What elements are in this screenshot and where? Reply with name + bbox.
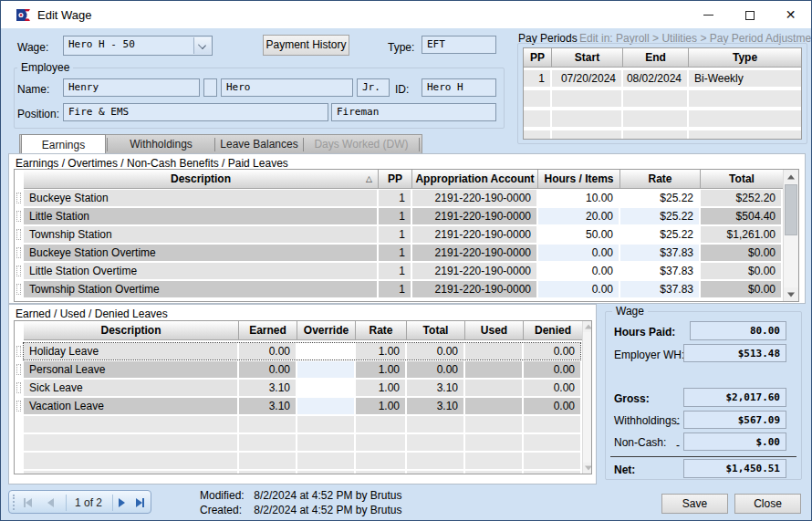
hours-paid-label: Hours Paid: [614, 326, 675, 339]
leaves-empty-row [15, 416, 591, 432]
close-button[interactable]: Close [734, 494, 801, 514]
leave-override-cell[interactable] [297, 398, 354, 414]
earnings-rate-cell[interactable]: $25.22 [620, 190, 699, 206]
type-label: Type: [388, 41, 414, 54]
edit-wage-window: Edit Wage ✕ Wage: Hero H - 50 Payment Hi… [0, 0, 812, 521]
leave-override-cell[interactable] [297, 380, 354, 396]
leave-override-cell[interactable] [297, 361, 354, 378]
leaves-scrollbar[interactable] [582, 321, 592, 474]
job-title-field[interactable]: Fireman [331, 103, 496, 121]
scroll-up-icon[interactable] [784, 170, 798, 183]
sort-ascending-icon[interactable]: △ [366, 170, 372, 189]
row-marker-icon [16, 211, 21, 222]
leaves-empty-row [15, 434, 591, 451]
earnings-hours-cell[interactable]: 0.00 [538, 281, 619, 297]
position-label: Position: [17, 108, 59, 120]
earnings-hours-cell[interactable]: 0.00 [538, 263, 619, 279]
next-record-button[interactable] [119, 495, 125, 510]
wage-select-value: Hero H - 50 [68, 38, 135, 50]
last-record-button[interactable] [136, 495, 144, 510]
row-marker-icon [16, 364, 21, 375]
leaves-row: Personal Leave 0.00 1.00 0.00 0.00 [15, 361, 591, 378]
scroll-down-icon[interactable] [784, 287, 798, 301]
earnings-rate-cell[interactable]: $25.22 [620, 226, 699, 243]
row-marker-icon [16, 266, 21, 276]
leaves-header-rate: Rate [356, 321, 407, 340]
record-position: 1 of 2 [75, 496, 102, 509]
earnings-rate-cell[interactable]: $37.83 [620, 245, 699, 261]
position-field[interactable]: Fire & EMS [63, 103, 328, 121]
maximize-icon [745, 11, 755, 20]
row-marker-icon [16, 193, 21, 203]
first-record-button [24, 495, 32, 510]
earnings-hours-cell[interactable]: 20.00 [538, 208, 619, 224]
leaves-row: Vacation Leave 3.10 1.00 3.10 0.00 [15, 398, 591, 414]
pp-empty-cell [689, 110, 801, 127]
earnings-header-description: Description △ [24, 170, 379, 189]
modified-line: Modified: 8/2/2024 at 4:52 PM by Brutus [200, 489, 401, 502]
wage-select[interactable]: Hero H - 50 [63, 36, 213, 56]
tab-withholdings[interactable]: Withholdings [108, 135, 214, 154]
leave-earned-cell: 0.00 [239, 361, 296, 378]
earnings-hours-cell[interactable]: 10.00 [538, 190, 619, 206]
earnings-table: Description △ PP Appropriation Account H… [14, 169, 799, 302]
leaves-header-total: Total [407, 321, 465, 340]
middle-initial-field[interactable] [203, 78, 217, 97]
last-name-field[interactable]: Hero [221, 78, 353, 97]
earnings-account-cell: 2191-220-190-0000 [412, 263, 536, 279]
leave-description-cell: Personal Leave [24, 361, 237, 378]
earnings-row: Township Station 1 2191-220-190-0000 50.… [15, 226, 798, 243]
pp-empty-cell [552, 110, 621, 127]
scroll-up-icon[interactable] [583, 321, 592, 332]
earnings-header-total: Total [701, 170, 783, 189]
tab-leave-balances[interactable]: Leave Balances [215, 135, 303, 154]
suffix-field[interactable]: Jr. [357, 78, 390, 97]
leaves-header-earned: Earned [239, 321, 297, 340]
withholdings-label: Withholdings: [614, 414, 680, 427]
drag-grip-icon[interactable] [13, 495, 16, 510]
earnings-account-cell: 2191-220-190-0000 [412, 245, 536, 261]
leave-override-cell[interactable] [297, 343, 354, 359]
close-window-button[interactable]: ✕ [770, 1, 811, 28]
pp-header-end: End [623, 48, 689, 68]
net-divider [610, 456, 796, 457]
earnings-total-cell: $0.00 [701, 263, 781, 279]
earnings-description-cell: Buckeye Station Overtime [24, 245, 377, 261]
window-title: Edit Wage [37, 8, 92, 22]
earnings-pp-cell: 1 [379, 281, 411, 297]
pay-periods-table: PP Start End Type 1 07/20/2024 08/02/202… [523, 47, 802, 140]
earnings-hours-cell[interactable]: 50.00 [538, 226, 619, 243]
earnings-rate-cell[interactable]: $37.83 [620, 281, 699, 297]
employee-id-field[interactable]: Hero H [422, 78, 496, 97]
titlebar: Edit Wage ✕ [1, 1, 811, 28]
earnings-pp-cell: 1 [379, 208, 411, 224]
earnings-hours-cell[interactable]: 0.00 [538, 245, 619, 261]
save-button[interactable]: Save [661, 494, 728, 514]
earnings-rate-cell[interactable]: $25.22 [620, 208, 699, 224]
earnings-total-cell: $0.00 [701, 281, 781, 297]
earnings-account-cell: 2191-220-190-0000 [412, 281, 536, 297]
chevron-down-icon[interactable] [193, 37, 211, 54]
employer-wh-label: Employer WH: [614, 349, 684, 361]
tab-earnings[interactable]: Earnings [21, 134, 106, 155]
employer-wh-field: $513.48 [683, 344, 786, 362]
earnings-scrollbar[interactable] [783, 170, 798, 301]
earnings-rate-cell[interactable]: $37.83 [620, 263, 699, 279]
type-field[interactable]: EFT [422, 36, 496, 54]
earnings-total-cell: $1,261.00 [701, 226, 781, 243]
wage-summary-label: Wage [612, 305, 648, 318]
first-name-field[interactable]: Henry [63, 78, 200, 97]
leave-total-cell: 3.10 [407, 380, 463, 396]
earnings-row: Buckeye Station Overtime 1 2191-220-190-… [15, 245, 798, 261]
leave-denied-cell: 0.00 [524, 380, 580, 396]
leaves-header-denied: Denied [524, 321, 582, 340]
earnings-pp-cell: 1 [379, 245, 411, 261]
maximize-button[interactable] [729, 1, 770, 28]
payment-history-button[interactable]: Payment History [263, 35, 349, 56]
withholdings-field: $567.09 [683, 411, 786, 429]
scrollbar-thumb[interactable] [785, 184, 797, 235]
scroll-down-icon[interactable] [583, 463, 592, 474]
name-label: Name: [17, 83, 49, 96]
created-value: 8/2/2024 at 4:52 PM by Brutus [254, 504, 401, 516]
minimize-button[interactable] [688, 1, 729, 28]
